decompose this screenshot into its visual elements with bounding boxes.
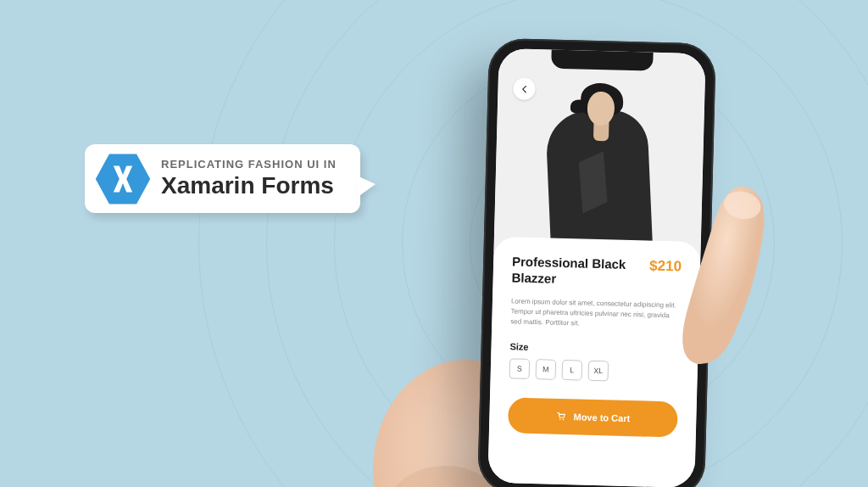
title-card: REPLICATING FASHION UI IN Xamarin Forms (85, 144, 360, 213)
card-kicker: REPLICATING FASHION UI IN (161, 158, 337, 171)
svg-point-3 (559, 419, 561, 421)
size-options: S M L XL (509, 358, 680, 383)
size-option-xl[interactable]: XL (588, 360, 609, 381)
phone-frame: Professional Black Blazzer $210 Lorem ip… (477, 38, 716, 487)
product-hero (493, 48, 705, 257)
size-label: Size (509, 341, 679, 355)
cart-button-label: Move to Cart (573, 411, 630, 423)
app-screen: Professional Black Blazzer $210 Lorem ip… (487, 48, 705, 487)
svg-point-5 (721, 188, 764, 222)
product-detail-sheet: Professional Black Blazzer $210 Lorem ip… (487, 237, 701, 487)
size-option-m[interactable]: M (536, 359, 557, 380)
model-illustration (537, 75, 660, 256)
cart-icon (555, 411, 566, 422)
product-name: Professional Black Blazzer (511, 254, 641, 288)
arrow-left-icon (520, 84, 529, 93)
back-button[interactable] (513, 77, 536, 100)
size-option-l[interactable]: L (562, 360, 583, 381)
product-description: Lorem ipsum dolor sit amet, consectetur … (510, 296, 681, 332)
phone-notch (551, 50, 654, 71)
svg-point-4 (563, 419, 565, 421)
xamarin-icon (93, 149, 153, 209)
card-title: Xamarin Forms (161, 172, 337, 199)
product-price: $210 (649, 258, 682, 276)
move-to-cart-button[interactable]: Move to Cart (508, 397, 678, 437)
size-option-s[interactable]: S (509, 358, 531, 379)
